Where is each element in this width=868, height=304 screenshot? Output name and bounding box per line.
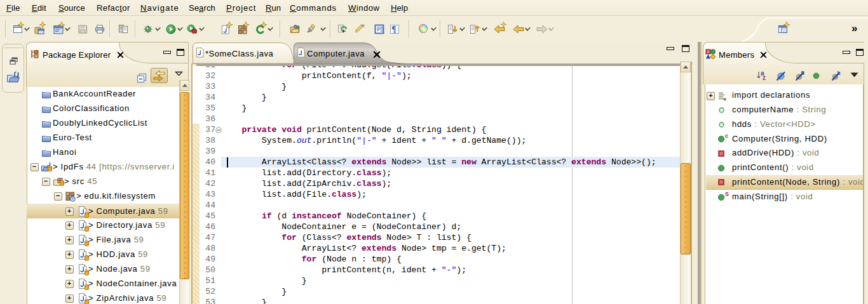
svg-text:¶: ¶: [391, 25, 397, 34]
svg-text:z: z: [763, 74, 766, 81]
